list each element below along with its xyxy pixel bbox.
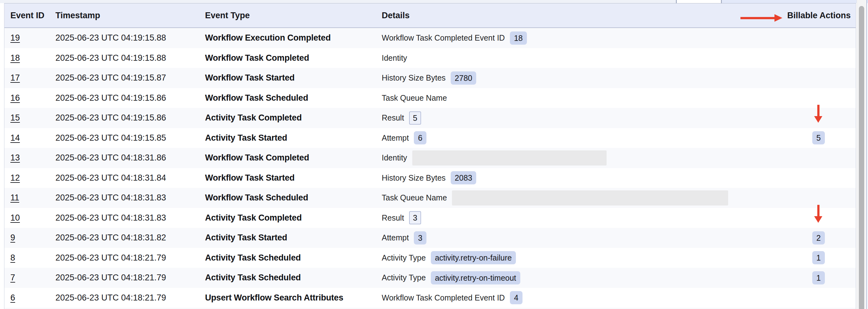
top-toolbar-edge	[0, 0, 868, 3]
detail-value-badge: 3	[409, 211, 421, 225]
event-row[interactable]: 142025-06-23 UTC 04:19:15.85Activity Tas…	[4, 128, 856, 148]
event-timestamp: 2025-06-23 UTC 04:18:31.86	[56, 148, 166, 168]
event-type: Workflow Task Scheduled	[205, 88, 308, 108]
event-timestamp: 2025-06-23 UTC 04:19:15.88	[56, 48, 166, 68]
billable-count-badge: 1	[812, 271, 825, 284]
column-header-event-id: Event ID	[10, 3, 44, 27]
event-id-link[interactable]: 17	[10, 73, 20, 83]
redacted-value-box	[452, 191, 728, 205]
event-details: Activity Typeactivity.retry-on-failure	[382, 248, 516, 268]
event-row[interactable]: 162025-06-23 UTC 04:19:15.86Workflow Tas…	[4, 88, 856, 108]
event-type: Upsert Workflow Search Attributes	[205, 288, 343, 308]
detail-label: Activity Type	[382, 273, 426, 282]
event-id-cell: 12	[10, 168, 20, 188]
event-timestamp: 2025-06-23 UTC 04:18:31.82	[56, 228, 166, 248]
detail-value-badge: 3	[414, 231, 427, 244]
detail-label: Task Queue Name	[382, 94, 447, 103]
event-id-link[interactable]: 16	[10, 93, 20, 103]
detail-label: Workflow Task Completed Event ID	[382, 33, 505, 42]
table-body: 192025-06-23 UTC 04:19:15.88Workflow Exe…	[4, 28, 856, 308]
detail-label: History Size Bytes	[382, 73, 446, 82]
detail-label: Identity	[382, 54, 407, 63]
event-row[interactable]: 82025-06-23 UTC 04:18:21.79Activity Task…	[4, 248, 856, 268]
event-id-cell: 18	[10, 48, 20, 68]
detail-value-badge: 4	[510, 291, 523, 304]
event-details: Activity Typeactivity.retry-on-timeout	[382, 268, 520, 288]
event-row[interactable]: 112025-06-23 UTC 04:18:31.83Workflow Tas…	[4, 188, 856, 208]
arrow-head	[814, 116, 822, 123]
event-row[interactable]: 192025-06-23 UTC 04:19:15.88Workflow Exe…	[4, 28, 856, 48]
detail-value-badge: 2780	[451, 71, 476, 84]
event-timestamp: 2025-06-23 UTC 04:18:21.79	[56, 268, 166, 288]
toolbar-edge-left	[0, 0, 676, 3]
event-timestamp: 2025-06-23 UTC 04:18:21.79	[56, 248, 166, 268]
toolbar-edge-button[interactable]	[677, 0, 721, 3]
detail-value-badge: activity.retry-on-timeout	[431, 271, 520, 284]
arrow-head	[814, 216, 822, 223]
detail-value-badge: 6	[414, 131, 427, 144]
event-id-cell: 11	[10, 188, 19, 208]
event-timestamp: 2025-06-23 UTC 04:18:31.83	[56, 208, 166, 228]
event-type: Workflow Task Completed	[205, 148, 309, 168]
event-id-link[interactable]: 18	[10, 53, 20, 63]
arrow-shaft	[817, 105, 819, 116]
event-row[interactable]: 72025-06-23 UTC 04:18:21.79Activity Task…	[4, 268, 856, 288]
event-id-link[interactable]: 12	[10, 173, 20, 183]
event-id-cell: 14	[10, 128, 20, 148]
column-header-details: Details	[382, 3, 410, 27]
event-id-link[interactable]: 9	[10, 233, 15, 243]
event-id-link[interactable]: 10	[10, 213, 20, 223]
billable-count-badge: 5	[812, 131, 825, 144]
event-details: History Size Bytes2780	[382, 68, 476, 88]
event-id-link[interactable]: 6	[10, 293, 15, 303]
event-timestamp: 2025-06-23 UTC 04:19:15.86	[56, 108, 166, 128]
event-timestamp: 2025-06-23 UTC 04:19:15.88	[56, 28, 166, 48]
red-down-arrow-annotation	[814, 105, 823, 123]
event-id-link[interactable]: 8	[10, 253, 15, 263]
detail-value-badge: 5	[409, 111, 421, 125]
event-id-cell: 15	[10, 108, 20, 128]
event-row[interactable]: 122025-06-23 UTC 04:18:31.84Workflow Tas…	[4, 168, 856, 188]
event-id-cell: 17	[10, 68, 20, 88]
event-id-link[interactable]: 13	[10, 153, 20, 163]
event-row[interactable]: 92025-06-23 UTC 04:18:31.82Activity Task…	[4, 228, 856, 248]
event-details: Result5	[382, 108, 421, 128]
event-id-link[interactable]: 19	[10, 33, 20, 43]
event-type: Activity Task Started	[205, 128, 287, 148]
event-details: Identity	[382, 148, 607, 168]
event-row[interactable]: 182025-06-23 UTC 04:19:15.88Workflow Tas…	[4, 48, 856, 68]
arrow-head	[774, 14, 782, 22]
event-timestamp: 2025-06-23 UTC 04:19:15.86	[56, 88, 166, 108]
event-type: Workflow Task Started	[205, 68, 294, 88]
event-row[interactable]: 102025-06-23 UTC 04:18:31.83Activity Tas…	[4, 208, 856, 228]
event-type: Workflow Task Started	[205, 168, 294, 188]
detail-label: Activity Type	[382, 253, 426, 263]
detail-label: Result	[382, 113, 404, 123]
scrollbar-thumb[interactable]	[859, 6, 864, 309]
redacted-value-box	[412, 150, 607, 166]
event-timestamp: 2025-06-23 UTC 04:18:31.84	[56, 168, 166, 188]
event-id-cell: 13	[10, 148, 20, 168]
event-type: Activity Task Started	[205, 228, 287, 248]
event-id-link[interactable]: 15	[10, 113, 20, 123]
billable-count-badge: 2	[812, 231, 825, 244]
event-row[interactable]: 172025-06-23 UTC 04:19:15.87Workflow Tas…	[4, 68, 856, 88]
event-id-link[interactable]: 14	[10, 133, 20, 143]
column-header-event-type: Event Type	[205, 3, 250, 27]
event-id-link[interactable]: 11	[10, 193, 19, 203]
event-id-link[interactable]: 7	[10, 273, 15, 282]
event-row[interactable]: 132025-06-23 UTC 04:18:31.86Workflow Tas…	[4, 148, 856, 168]
table-header-row: Event ID Timestamp Event Type Details Bi…	[4, 3, 856, 28]
event-type: Activity Task Scheduled	[205, 248, 301, 268]
detail-label: Task Queue Name	[382, 193, 447, 202]
event-row[interactable]: 152025-06-23 UTC 04:19:15.86Activity Tas…	[4, 108, 856, 128]
event-row[interactable]: 62025-06-23 UTC 04:18:21.79Upsert Workfl…	[4, 288, 856, 308]
partial-next-row	[4, 308, 856, 309]
detail-value-badge: 2083	[451, 171, 476, 184]
arrow-shaft	[740, 17, 775, 19]
event-id-cell: 7	[10, 268, 15, 288]
event-type: Workflow Task Completed	[205, 48, 309, 68]
event-type: Activity Task Completed	[205, 208, 302, 228]
red-down-arrow-annotation	[814, 205, 823, 223]
billable-count-badge: 1	[812, 251, 825, 264]
